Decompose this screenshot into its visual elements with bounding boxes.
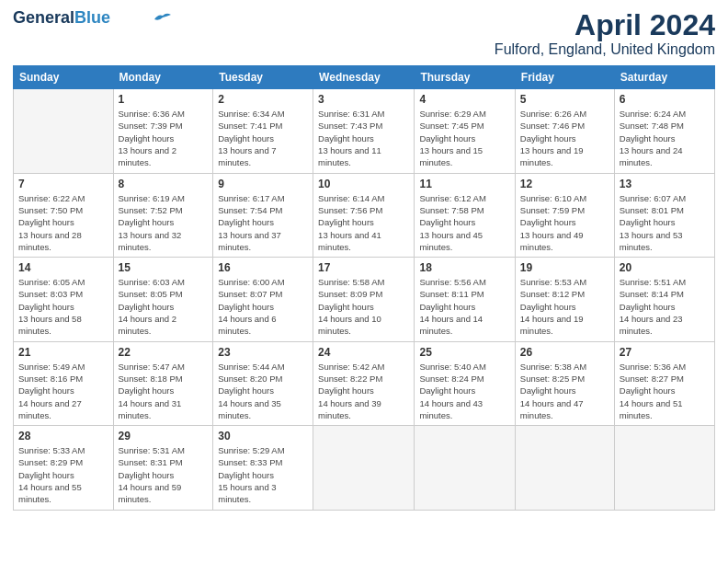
calendar-cell: 26Sunrise: 5:38 AMSunset: 8:25 PMDayligh… — [515, 341, 614, 425]
day-number: 12 — [520, 178, 609, 190]
col-thursday: Thursday — [415, 66, 515, 89]
day-info: Sunrise: 5:33 AMSunset: 8:29 PMDaylight … — [18, 444, 108, 505]
calendar-cell: 27Sunrise: 5:36 AMSunset: 8:27 PMDayligh… — [614, 341, 714, 425]
col-wednesday: Wednesday — [313, 66, 415, 89]
col-friday: Friday — [515, 66, 614, 89]
col-saturday: Saturday — [614, 66, 714, 89]
calendar-cell: 22Sunrise: 5:47 AMSunset: 8:18 PMDayligh… — [113, 341, 213, 425]
day-info: Sunrise: 6:36 AMSunset: 7:39 PMDaylight … — [119, 108, 209, 168]
week-row-1: 1Sunrise: 6:36 AMSunset: 7:39 PMDaylight… — [14, 89, 715, 173]
day-number: 29 — [119, 430, 209, 442]
day-info: Sunrise: 5:29 AMSunset: 8:33 PMDaylight … — [218, 444, 308, 505]
calendar-cell: 30Sunrise: 5:29 AMSunset: 8:33 PMDayligh… — [213, 426, 313, 510]
day-info: Sunrise: 6:31 AMSunset: 7:43 PMDaylight … — [318, 108, 409, 168]
day-number: 25 — [419, 346, 509, 359]
calendar-cell: 20Sunrise: 5:51 AMSunset: 8:14 PMDayligh… — [614, 258, 714, 341]
calendar-cell: 6Sunrise: 6:24 AMSunset: 7:48 PMDaylight… — [614, 89, 714, 173]
day-number: 2 — [218, 93, 308, 106]
day-info: Sunrise: 6:29 AMSunset: 7:45 PMDaylight … — [419, 108, 509, 168]
day-info: Sunrise: 5:31 AMSunset: 8:31 PMDaylight … — [119, 444, 209, 505]
day-info: Sunrise: 5:40 AMSunset: 8:24 PMDaylight … — [419, 361, 509, 421]
calendar-cell: 25Sunrise: 5:40 AMSunset: 8:24 PMDayligh… — [415, 341, 515, 425]
calendar-cell: 9Sunrise: 6:17 AMSunset: 7:54 PMDaylight… — [213, 173, 313, 257]
calendar-cell: 10Sunrise: 6:14 AMSunset: 7:56 PMDayligh… — [313, 173, 415, 257]
week-row-3: 14Sunrise: 6:05 AMSunset: 8:03 PMDayligh… — [14, 258, 715, 341]
calendar-cell: 19Sunrise: 5:53 AMSunset: 8:12 PMDayligh… — [515, 258, 614, 341]
day-info: Sunrise: 6:10 AMSunset: 7:59 PMDaylight … — [520, 192, 609, 253]
col-tuesday: Tuesday — [213, 66, 313, 89]
logo-general: General — [13, 8, 74, 27]
day-number: 26 — [520, 346, 609, 359]
day-info: Sunrise: 5:49 AMSunset: 8:16 PMDaylight … — [18, 361, 108, 421]
calendar-cell: 12Sunrise: 6:10 AMSunset: 7:59 PMDayligh… — [515, 173, 614, 257]
calendar-cell: 7Sunrise: 6:22 AMSunset: 7:50 PMDaylight… — [14, 173, 114, 257]
col-monday: Monday — [113, 66, 213, 89]
day-number: 6 — [620, 93, 710, 106]
calendar-header-row: Sunday Monday Tuesday Wednesday Thursday… — [14, 66, 715, 89]
day-info: Sunrise: 6:19 AMSunset: 7:52 PMDaylight … — [119, 192, 209, 253]
calendar-cell: 15Sunrise: 6:03 AMSunset: 8:05 PMDayligh… — [113, 258, 213, 341]
month-title: April 2024 — [495, 9, 715, 41]
calendar: Sunday Monday Tuesday Wednesday Thursday… — [13, 65, 715, 510]
day-info: Sunrise: 5:36 AMSunset: 8:27 PMDaylight … — [620, 361, 710, 421]
day-info: Sunrise: 5:53 AMSunset: 8:12 PMDaylight … — [520, 276, 609, 337]
calendar-cell: 18Sunrise: 5:56 AMSunset: 8:11 PMDayligh… — [415, 258, 515, 341]
calendar-cell: 8Sunrise: 6:19 AMSunset: 7:52 PMDaylight… — [113, 173, 213, 257]
day-info: Sunrise: 6:00 AMSunset: 8:07 PMDaylight … — [218, 276, 308, 337]
day-number: 18 — [419, 261, 509, 274]
calendar-cell: 24Sunrise: 5:42 AMSunset: 8:22 PMDayligh… — [313, 341, 415, 425]
day-number: 24 — [318, 346, 409, 359]
day-number: 11 — [419, 178, 509, 190]
day-number: 5 — [520, 93, 609, 106]
day-info: Sunrise: 5:56 AMSunset: 8:11 PMDaylight … — [419, 276, 509, 337]
logo: GeneralBlue — [13, 9, 171, 26]
day-number: 30 — [218, 430, 308, 442]
day-number: 27 — [620, 346, 710, 359]
calendar-cell — [515, 426, 614, 510]
day-number: 28 — [18, 430, 108, 442]
calendar-cell: 2Sunrise: 6:34 AMSunset: 7:41 PMDaylight… — [213, 89, 313, 173]
day-number: 16 — [218, 261, 308, 274]
calendar-cell: 14Sunrise: 6:05 AMSunset: 8:03 PMDayligh… — [14, 258, 114, 341]
day-number: 21 — [18, 346, 108, 359]
day-number: 13 — [620, 178, 710, 190]
bird-icon — [154, 12, 171, 23]
day-info: Sunrise: 5:38 AMSunset: 8:25 PMDaylight … — [520, 361, 609, 421]
logo-blue: Blue — [74, 8, 110, 27]
calendar-cell: 1Sunrise: 6:36 AMSunset: 7:39 PMDaylight… — [113, 89, 213, 173]
day-number: 14 — [18, 261, 108, 274]
calendar-cell: 4Sunrise: 6:29 AMSunset: 7:45 PMDaylight… — [415, 89, 515, 173]
day-info: Sunrise: 5:44 AMSunset: 8:20 PMDaylight … — [218, 361, 308, 421]
day-number: 4 — [419, 93, 509, 106]
day-info: Sunrise: 6:12 AMSunset: 7:58 PMDaylight … — [419, 192, 509, 253]
day-number: 15 — [119, 261, 209, 274]
day-number: 8 — [119, 178, 209, 190]
day-info: Sunrise: 6:34 AMSunset: 7:41 PMDaylight … — [218, 108, 308, 168]
day-info: Sunrise: 5:42 AMSunset: 8:22 PMDaylight … — [318, 361, 409, 421]
calendar-cell: 13Sunrise: 6:07 AMSunset: 8:01 PMDayligh… — [614, 173, 714, 257]
calendar-cell — [415, 426, 515, 510]
calendar-cell — [313, 426, 415, 510]
calendar-cell: 5Sunrise: 6:26 AMSunset: 7:46 PMDaylight… — [515, 89, 614, 173]
calendar-cell: 11Sunrise: 6:12 AMSunset: 7:58 PMDayligh… — [415, 173, 515, 257]
day-info: Sunrise: 6:05 AMSunset: 8:03 PMDaylight … — [18, 276, 108, 337]
location-title: Fulford, England, United Kingdom — [495, 41, 715, 58]
day-info: Sunrise: 5:51 AMSunset: 8:14 PMDaylight … — [620, 276, 710, 337]
day-info: Sunrise: 5:47 AMSunset: 8:18 PMDaylight … — [119, 361, 209, 421]
day-info: Sunrise: 6:24 AMSunset: 7:48 PMDaylight … — [620, 108, 710, 168]
day-number: 3 — [318, 93, 409, 106]
day-info: Sunrise: 6:17 AMSunset: 7:54 PMDaylight … — [218, 192, 308, 253]
calendar-cell: 23Sunrise: 5:44 AMSunset: 8:20 PMDayligh… — [213, 341, 313, 425]
calendar-cell: 29Sunrise: 5:31 AMSunset: 8:31 PMDayligh… — [113, 426, 213, 510]
day-info: Sunrise: 5:58 AMSunset: 8:09 PMDaylight … — [318, 276, 409, 337]
day-number: 22 — [119, 346, 209, 359]
calendar-cell: 28Sunrise: 5:33 AMSunset: 8:29 PMDayligh… — [14, 426, 114, 510]
day-number: 7 — [18, 178, 108, 190]
day-number: 20 — [620, 261, 710, 274]
day-number: 10 — [318, 178, 409, 190]
day-number: 9 — [218, 178, 308, 190]
day-info: Sunrise: 6:03 AMSunset: 8:05 PMDaylight … — [119, 276, 209, 337]
day-number: 19 — [520, 261, 609, 274]
title-block: April 2024 Fulford, England, United King… — [495, 9, 715, 58]
logo-text: GeneralBlue — [13, 9, 110, 26]
